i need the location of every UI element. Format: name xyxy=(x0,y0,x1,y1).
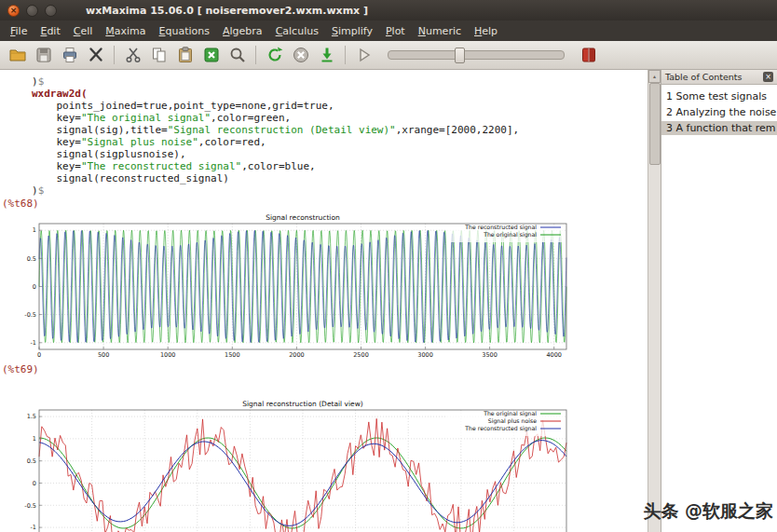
clipboard-icon xyxy=(176,46,195,64)
preferences-button[interactable] xyxy=(84,44,107,67)
svg-text:2500: 2500 xyxy=(353,351,369,359)
menu-item-algebra[interactable]: Algebra xyxy=(216,22,269,40)
scrollbar-thumb[interactable] xyxy=(649,83,661,165)
toc-close-icon[interactable]: × xyxy=(763,72,773,82)
toolbar xyxy=(0,41,777,70)
menu-item-cell[interactable]: Cell xyxy=(67,22,100,40)
svg-text:2000: 2000 xyxy=(289,351,305,359)
worksheet-area[interactable]: )$wxdraw2d( points_joined=true,point_typ… xyxy=(0,70,648,532)
toc-item-3[interactable]: 3 A function that rem xyxy=(661,121,777,135)
down-arrow-icon xyxy=(318,46,336,64)
code-token: key= xyxy=(32,112,81,124)
find-button[interactable] xyxy=(225,44,249,67)
help-button[interactable] xyxy=(577,44,600,67)
book-icon xyxy=(579,46,598,64)
menubar: FileEditCellMaximaEquationsAlgebraCalcul… xyxy=(0,20,777,41)
maximize-button[interactable] xyxy=(45,5,57,17)
code-token: $ xyxy=(38,75,45,88)
plot-signal-reconstruction: Signal reconstruction0500100015002000250… xyxy=(15,211,574,362)
toc-title: Table of Contents xyxy=(665,72,743,82)
interrupt-button[interactable] xyxy=(289,44,312,67)
toc-item-1[interactable]: 1 Some test signals xyxy=(661,89,777,103)
minimize-button[interactable] xyxy=(26,5,38,17)
watermark: 头条 @软服之家 xyxy=(643,499,773,524)
scroll-up-button[interactable]: ▴ xyxy=(648,70,661,83)
window-title: wxMaxima 15.06.0 [ noiseremover2.wxm.wxm… xyxy=(86,5,368,17)
menu-item-plot[interactable]: Plot xyxy=(379,22,412,40)
code-line: points_joined=true,point_type=none,grid=… xyxy=(32,100,648,112)
menu-item-help[interactable]: Help xyxy=(468,22,504,40)
svg-text:0: 0 xyxy=(33,283,36,291)
close-button[interactable]: × xyxy=(7,5,20,17)
disk-icon xyxy=(34,46,53,64)
menu-item-numeric[interactable]: Numeric xyxy=(412,22,468,40)
follow-button[interactable] xyxy=(315,44,338,67)
wxmaxima-window: × wxMaxima 15.06.0 [ noiseremover2.wxm.w… xyxy=(0,0,777,532)
menu-item-edit[interactable]: Edit xyxy=(34,22,66,40)
code-token: signal(sigplusnoise), xyxy=(32,148,186,160)
code-line: wxdraw2d( xyxy=(32,88,648,100)
paste-button[interactable] xyxy=(173,44,197,67)
toc-item-2[interactable]: 2 Analyzing the noise xyxy=(661,105,777,119)
copy-button[interactable] xyxy=(147,44,170,67)
save-button[interactable] xyxy=(32,44,55,67)
stop-icon xyxy=(292,46,310,64)
tools-icon xyxy=(87,46,105,64)
code-token: key= xyxy=(32,160,81,172)
play-button[interactable] xyxy=(352,44,375,67)
vertical-scrollbar[interactable]: ▴ xyxy=(648,70,661,532)
animation-slider[interactable] xyxy=(388,50,565,60)
code-line: signal(sig),title="Signal reconstruction… xyxy=(32,124,648,136)
toolbar-separator xyxy=(114,46,115,64)
content-row: )$wxdraw2d( points_joined=true,point_typ… xyxy=(0,70,777,532)
svg-text:0: 0 xyxy=(37,351,41,359)
open-button[interactable] xyxy=(6,44,29,67)
code-cell[interactable]: )$wxdraw2d( points_joined=true,point_typ… xyxy=(0,74,648,197)
menu-item-file[interactable]: File xyxy=(4,22,34,40)
svg-text:-1: -1 xyxy=(31,524,36,531)
code-token: key= xyxy=(32,136,81,148)
svg-text:Signal plus noise: Signal plus noise xyxy=(488,417,537,425)
code-token: signal(reconstructed_signal) xyxy=(32,172,229,184)
menu-item-simplify[interactable]: Simplify xyxy=(325,22,379,40)
svg-text:500: 500 xyxy=(98,351,109,359)
svg-text:Signal reconstruction (Detail: Signal reconstruction (Detail view) xyxy=(242,400,363,408)
cut-button[interactable] xyxy=(121,44,144,67)
svg-text:1: 1 xyxy=(33,435,36,443)
svg-text:-0.5: -0.5 xyxy=(24,311,36,319)
menu-item-calculus[interactable]: Calculus xyxy=(269,22,325,40)
print-button[interactable] xyxy=(58,44,81,67)
play-icon xyxy=(355,46,374,64)
green-x-icon xyxy=(202,46,221,64)
svg-text:The reconstructed signal: The reconstructed signal xyxy=(464,224,537,231)
svg-text:Signal reconstruction: Signal reconstruction xyxy=(266,213,340,222)
svg-text:1: 1 xyxy=(33,226,36,234)
svg-text:0.5: 0.5 xyxy=(27,255,36,263)
recalculate-button[interactable] xyxy=(263,44,286,67)
svg-text:3000: 3000 xyxy=(417,351,433,359)
titlebar: × wxMaxima 15.06.0 [ noiseremover2.wxm.w… xyxy=(0,0,777,20)
table-of-contents-panel: Table of Contents × 1 Some test signals2… xyxy=(661,70,777,532)
refresh-icon xyxy=(266,46,284,64)
code-line: key="The original signal",color=green, xyxy=(32,112,648,124)
code-token: ,color=red, xyxy=(198,136,266,148)
toolbar-separator xyxy=(255,46,256,64)
code-token: ,color=green, xyxy=(211,112,291,124)
output-label-t68: (%t68) xyxy=(2,198,648,210)
code-token: ) xyxy=(32,184,38,197)
svg-text:-1: -1 xyxy=(31,339,36,347)
svg-text:The original signal: The original signal xyxy=(483,231,537,239)
slider-handle[interactable] xyxy=(455,48,465,63)
code-line: signal(sigplusnoise), xyxy=(32,148,648,160)
menu-item-equations[interactable]: Equations xyxy=(153,22,216,40)
printer-icon xyxy=(61,46,79,64)
output-label-t69: (%t69) xyxy=(2,363,648,375)
code-token: $ xyxy=(38,184,45,197)
delete-button[interactable] xyxy=(199,44,223,67)
toc-list: 1 Some test signals2 Analyzing the noise… xyxy=(661,85,777,532)
toolbar-separator xyxy=(345,46,346,64)
code-token: "The original signal" xyxy=(81,112,211,124)
menu-item-maxima[interactable]: Maxima xyxy=(99,22,152,40)
code-token: "Signal reconstruction (Detail view)" xyxy=(168,124,396,136)
code-token: signal(sig),title= xyxy=(32,124,168,136)
